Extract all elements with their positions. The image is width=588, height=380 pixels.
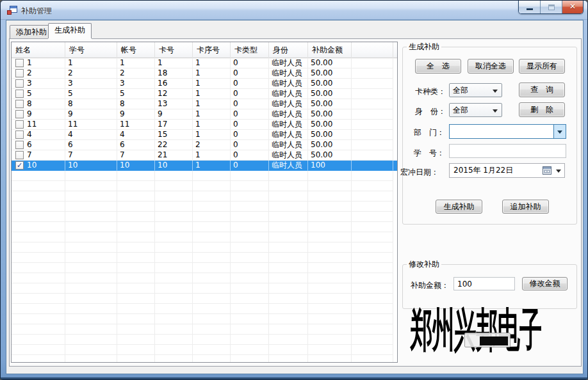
cell bbox=[231, 242, 269, 253]
cell: 临时人员 bbox=[269, 68, 308, 79]
table-row[interactable]: 111110临时人员50.00 bbox=[12, 58, 397, 68]
deselect-all-button[interactable]: 取消全选 bbox=[468, 59, 514, 74]
empty-row bbox=[12, 335, 397, 345]
cell bbox=[65, 345, 117, 355]
tab-generate-subsidy[interactable]: 生成补助 bbox=[48, 23, 92, 38]
cell: 临时人员 bbox=[269, 161, 308, 171]
row-checkbox[interactable] bbox=[15, 110, 24, 118]
cell bbox=[117, 202, 155, 212]
cell bbox=[231, 294, 269, 304]
cell: 50.00 bbox=[308, 150, 352, 161]
identity-select[interactable]: 全部 bbox=[449, 103, 502, 117]
department-select[interactable] bbox=[449, 124, 566, 139]
cell bbox=[117, 304, 155, 314]
cell bbox=[193, 253, 231, 263]
cell bbox=[65, 263, 117, 273]
row-checkbox[interactable] bbox=[15, 151, 24, 159]
table-row[interactable]: 6662220临时人员50.00 bbox=[12, 140, 397, 150]
cell: 0 bbox=[231, 130, 269, 140]
recharge-date-picker[interactable]: 2015年 1月22日 bbox=[449, 163, 565, 178]
table-row[interactable]: 8881310临时人员50.00 bbox=[12, 99, 397, 109]
row-checkbox[interactable] bbox=[15, 90, 24, 98]
table-row[interactable]: 2221810临时人员50.00 bbox=[12, 68, 397, 79]
card-type-select[interactable]: 全部 bbox=[449, 83, 502, 97]
cell bbox=[65, 242, 117, 253]
table-row[interactable]: 999910临时人员50.00 bbox=[12, 109, 397, 120]
column-header[interactable]: 卡号 bbox=[155, 42, 193, 58]
modify-amount-button[interactable]: 修改金额 bbox=[522, 277, 568, 290]
close-button[interactable]: ✕ bbox=[562, 1, 583, 13]
column-header[interactable]: 卡类型 bbox=[231, 42, 269, 58]
cell bbox=[65, 181, 117, 191]
cell: 1 bbox=[193, 120, 231, 130]
row-checkbox[interactable] bbox=[15, 141, 24, 149]
cell bbox=[65, 253, 117, 263]
table-row[interactable]: 4441510临时人员50.00 bbox=[12, 130, 397, 140]
cell bbox=[269, 212, 308, 222]
table-row[interactable]: 3331610临时人员50.00 bbox=[12, 79, 397, 89]
table-row[interactable]: 7772110临时人员50.00 bbox=[12, 150, 397, 161]
cell bbox=[352, 130, 393, 140]
select-all-button[interactable]: 全 选 bbox=[415, 59, 461, 74]
row-checkbox[interactable] bbox=[15, 59, 24, 67]
column-header[interactable]: 帐号 bbox=[117, 42, 155, 58]
cell bbox=[308, 222, 352, 232]
row-checkbox[interactable] bbox=[15, 69, 24, 77]
overlay-dark-rect bbox=[480, 336, 508, 345]
cell bbox=[352, 150, 393, 161]
cell bbox=[65, 304, 117, 314]
tab-add-subsidy[interactable]: 添加补助 bbox=[10, 25, 53, 38]
column-header[interactable]: 学号 bbox=[65, 42, 117, 58]
cell bbox=[117, 263, 155, 273]
minimize-icon bbox=[527, 8, 533, 10]
cell bbox=[231, 263, 269, 273]
cell: 100 bbox=[308, 161, 352, 171]
query-button[interactable]: 查 询 bbox=[519, 83, 565, 97]
row-checkbox[interactable]: ✓ bbox=[15, 161, 24, 170]
column-header[interactable]: 卡序号 bbox=[193, 42, 231, 58]
cell: 3 bbox=[65, 79, 117, 89]
append-subsidy-button[interactable]: 追加补助 bbox=[502, 200, 549, 214]
row-checkbox[interactable] bbox=[15, 79, 24, 88]
title-bar[interactable]: 补助管理 ✕ bbox=[1, 1, 587, 20]
cell bbox=[155, 314, 193, 324]
cell: 3 bbox=[12, 79, 65, 89]
cell bbox=[155, 283, 193, 294]
cell bbox=[117, 232, 155, 242]
combo-drop-button[interactable] bbox=[553, 125, 566, 138]
show-all-button[interactable]: 显示所有 bbox=[519, 59, 565, 74]
empty-row bbox=[12, 314, 397, 324]
cell: 11 bbox=[12, 120, 65, 130]
column-header[interactable]: 补助金额 bbox=[308, 42, 352, 58]
row-checkbox[interactable] bbox=[15, 131, 24, 139]
column-header[interactable]: 姓名 bbox=[12, 42, 65, 58]
amount-input[interactable] bbox=[453, 277, 515, 290]
table-row[interactable]: 1111111710临时人员50.00 bbox=[12, 120, 397, 130]
maximize-button[interactable] bbox=[541, 1, 562, 13]
table-row[interactable]: ✓1010101010临时人员100 bbox=[12, 161, 397, 171]
cell: 1 bbox=[155, 58, 193, 68]
row-checkbox[interactable] bbox=[15, 100, 24, 108]
column-header[interactable] bbox=[352, 42, 393, 58]
cell bbox=[65, 212, 117, 222]
empty-row bbox=[12, 345, 397, 355]
minimize-button[interactable] bbox=[519, 1, 541, 13]
row-checkbox[interactable] bbox=[15, 120, 24, 129]
empty-row bbox=[12, 222, 397, 232]
student-id-input[interactable] bbox=[449, 144, 566, 158]
modify-group-title: 修改补助 bbox=[407, 260, 441, 269]
cell bbox=[352, 242, 393, 253]
cell bbox=[308, 212, 352, 222]
app-icon bbox=[7, 5, 17, 15]
table-row[interactable]: 5551210临时人员50.00 bbox=[12, 89, 397, 99]
empty-row bbox=[12, 202, 397, 212]
cell: 9 bbox=[117, 109, 155, 120]
cell bbox=[193, 304, 231, 314]
generate-subsidy-button[interactable]: 生成补助 bbox=[436, 200, 482, 214]
empty-row bbox=[12, 212, 397, 222]
delete-button[interactable]: 删 除 bbox=[519, 102, 565, 117]
cell bbox=[269, 232, 308, 242]
cell: 0 bbox=[231, 68, 269, 79]
cell bbox=[352, 171, 393, 181]
column-header[interactable]: 身份 bbox=[269, 42, 308, 58]
